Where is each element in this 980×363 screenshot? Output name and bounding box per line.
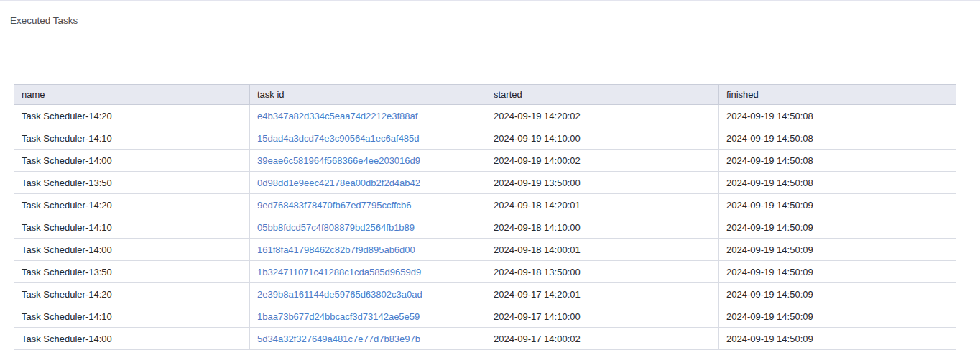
name-cell: Task Scheduler-13:50: [14, 172, 250, 194]
task-id-cell: 0d98dd1e9eec42178ea00db2f2d4ab42: [250, 172, 486, 194]
finished-cell: 2024-09-19 14:50:08: [719, 105, 956, 127]
name-cell: Task Scheduler-14:10: [14, 305, 250, 328]
task-id-cell: e4b347a82d334c5eaa74d2212e3f88af: [250, 105, 486, 127]
finished-cell: 2024-09-19 14:50:08: [719, 172, 956, 194]
task-id-link[interactable]: 39eae6c581964f568366e4ee203016d9: [257, 155, 420, 166]
started-cell: 2024-09-19 14:20:02: [486, 105, 719, 127]
column-header-name[interactable]: name: [14, 85, 250, 105]
table-row: Task Scheduler-13:50 1b324711071c41288c1…: [14, 261, 956, 283]
name-cell: Task Scheduler-14:20: [14, 194, 250, 216]
task-id-cell: 5d34a32f327649a481c7e77d7b83e97b: [250, 328, 486, 350]
finished-cell: 2024-09-19 14:50:09: [719, 194, 956, 216]
table-row: Task Scheduler-14:20 9ed768483f78470fb67…: [14, 194, 956, 216]
finished-cell: 2024-09-19 14:50:09: [719, 283, 956, 305]
table-row: Task Scheduler-14:10 05bb8fdcd57c4f80887…: [14, 216, 956, 239]
name-cell: Task Scheduler-14:20: [14, 105, 250, 127]
task-id-link[interactable]: 5d34a32f327649a481c7e77d7b83e97b: [257, 334, 420, 344]
task-id-cell: 9ed768483f78470fb67ed7795ccffcb6: [250, 194, 486, 216]
table-row: Task Scheduler-13:50 0d98dd1e9eec42178ea…: [14, 172, 956, 194]
task-id-cell: 15dad4a3dcd74e3c90564a1ec6af485d: [250, 127, 486, 150]
task-id-link[interactable]: 2e39b8a161144de59765d63802c3a0ad: [257, 289, 422, 300]
task-id-link[interactable]: 9ed768483f78470fb67ed7795ccffcb6: [257, 200, 411, 211]
task-id-link[interactable]: 0d98dd1e9eec42178ea00db2f2d4ab42: [257, 178, 420, 188]
column-header-task-id[interactable]: task id: [250, 85, 486, 105]
task-id-link[interactable]: 15dad4a3dcd74e3c90564a1ec6af485d: [257, 133, 420, 144]
table-row: Task Scheduler-14:00 161f8fa41798462c82b…: [14, 239, 956, 261]
task-id-cell: 161f8fa41798462c82b7f9d895ab6d00: [250, 239, 486, 261]
task-id-cell: 1b324711071c41288c1cda585d9659d9: [250, 261, 486, 283]
started-cell: 2024-09-17 14:00:02: [486, 328, 719, 350]
started-cell: 2024-09-17 14:10:00: [486, 305, 719, 328]
task-id-link[interactable]: e4b347a82d334c5eaa74d2212e3f88af: [257, 111, 417, 121]
finished-cell: 2024-09-19 14:50:09: [719, 305, 956, 328]
table-row: Task Scheduler-14:00 39eae6c581964f56836…: [14, 150, 956, 172]
panel-top-divider: [0, 0, 980, 1]
finished-cell: 2024-09-19 14:50:09: [719, 261, 956, 283]
name-cell: Task Scheduler-14:10: [14, 216, 250, 239]
finished-cell: 2024-09-19 14:50:09: [719, 216, 956, 239]
name-cell: Task Scheduler-14:00: [14, 150, 250, 172]
table-row: Task Scheduler-14:20 2e39b8a161144de5976…: [14, 283, 956, 305]
table-row: Task Scheduler-14:10 15dad4a3dcd74e3c905…: [14, 127, 956, 150]
table-row: Task Scheduler-14:10 1baa73b677d24bbcacf…: [14, 305, 956, 328]
task-id-link[interactable]: 161f8fa41798462c82b7f9d895ab6d00: [257, 244, 415, 255]
table-header: name task id started finished: [14, 85, 956, 105]
column-header-started[interactable]: started: [486, 85, 719, 105]
started-cell: 2024-09-18 14:10:00: [486, 216, 719, 239]
started-cell: 2024-09-18 13:50:00: [486, 261, 719, 283]
task-id-cell: 05bb8fdcd57c4f808879bd2564fb1b89: [250, 216, 486, 239]
executed-tasks-table: name task id started finished Task Sched…: [14, 84, 956, 350]
executed-tasks-panel: Executed Tasks name task id started fini…: [0, 0, 980, 363]
name-cell: Task Scheduler-14:20: [14, 283, 250, 305]
column-header-finished[interactable]: finished: [719, 85, 956, 105]
task-id-cell: 2e39b8a161144de59765d63802c3a0ad: [250, 283, 486, 305]
started-cell: 2024-09-18 14:20:01: [486, 194, 719, 216]
task-id-cell: 1baa73b677d24bbcacf3d73142ae5e59: [250, 305, 486, 328]
finished-cell: 2024-09-19 14:50:08: [719, 127, 956, 150]
finished-cell: 2024-09-19 14:50:09: [719, 239, 956, 261]
name-cell: Task Scheduler-13:50: [14, 261, 250, 283]
panel-title: Executed Tasks: [10, 15, 78, 26]
table-header-row: name task id started finished: [14, 85, 956, 105]
started-cell: 2024-09-19 13:50:00: [486, 172, 719, 194]
task-id-cell: 39eae6c581964f568366e4ee203016d9: [250, 150, 486, 172]
started-cell: 2024-09-17 14:20:01: [486, 283, 719, 305]
finished-cell: 2024-09-19 14:50:09: [719, 328, 956, 350]
task-id-link[interactable]: 05bb8fdcd57c4f808879bd2564fb1b89: [257, 222, 415, 233]
table-row: Task Scheduler-14:20 e4b347a82d334c5eaa7…: [14, 105, 956, 127]
task-id-link[interactable]: 1baa73b677d24bbcacf3d73142ae5e59: [257, 311, 420, 322]
started-cell: 2024-09-18 14:00:01: [486, 239, 719, 261]
started-cell: 2024-09-19 14:10:00: [486, 127, 719, 150]
table-body: Task Scheduler-14:20 e4b347a82d334c5eaa7…: [14, 105, 956, 350]
finished-cell: 2024-09-19 14:50:08: [719, 150, 956, 172]
name-cell: Task Scheduler-14:10: [14, 127, 250, 150]
name-cell: Task Scheduler-14:00: [14, 239, 250, 261]
started-cell: 2024-09-19 14:00:02: [486, 150, 719, 172]
table-row: Task Scheduler-14:00 5d34a32f327649a481c…: [14, 328, 956, 350]
task-id-link[interactable]: 1b324711071c41288c1cda585d9659d9: [257, 267, 421, 277]
name-cell: Task Scheduler-14:00: [14, 328, 250, 350]
